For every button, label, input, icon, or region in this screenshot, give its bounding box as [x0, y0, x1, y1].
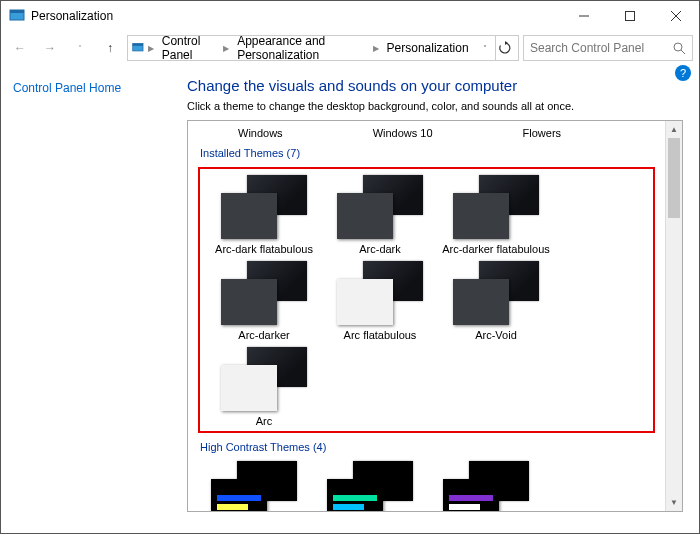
theme-item[interactable]: Arc [208, 347, 320, 427]
top-theme-row: Windows Windows 10 Flowers [198, 127, 655, 139]
hc-color-bar [217, 495, 261, 501]
svg-point-8 [674, 43, 682, 51]
theme-thumbnail [453, 261, 539, 325]
theme-item[interactable]: Arc-dark [324, 175, 436, 255]
theme-front-layer [327, 479, 383, 511]
theme-front-layer [443, 479, 499, 511]
scroll-up-button[interactable]: ▲ [666, 121, 682, 138]
personalization-icon [9, 8, 25, 24]
theme-item[interactable]: High Contrast Black [430, 461, 542, 511]
svg-rect-7 [133, 44, 143, 46]
theme-thumbnail [221, 261, 307, 325]
help-button[interactable]: ? [675, 65, 691, 81]
theme-front-layer [453, 193, 509, 239]
theme-item[interactable]: Arc flatabulous [324, 261, 436, 341]
personalization-icon [132, 40, 144, 56]
close-button[interactable] [653, 1, 699, 31]
theme-label: Arc-dark flatabulous [215, 243, 313, 255]
svg-rect-1 [10, 10, 24, 13]
window-title: Personalization [31, 9, 561, 23]
theme-front-layer [337, 193, 393, 239]
hc-color-bar [449, 504, 480, 510]
scroll-down-button[interactable]: ▼ [666, 494, 682, 511]
theme-label: Arc flatabulous [344, 329, 417, 341]
theme-thumbnail [443, 461, 529, 511]
theme-item[interactable]: High Contrast #1 [198, 461, 310, 511]
theme-label: Arc-darker flatabulous [442, 243, 550, 255]
chevron-right-icon[interactable]: ▶ [221, 44, 231, 53]
control-panel-home-link[interactable]: Control Panel Home [13, 81, 121, 95]
minimize-button[interactable] [561, 1, 607, 31]
theme-thumbnail [453, 175, 539, 239]
address-dropdown[interactable]: ˅ [477, 44, 493, 53]
search-icon [672, 41, 686, 55]
chevron-right-icon[interactable]: ▶ [146, 44, 156, 53]
theme-front-layer [337, 279, 393, 325]
scroll-track[interactable] [666, 138, 682, 494]
chevron-right-icon[interactable]: ▶ [371, 44, 381, 53]
theme-item[interactable]: Arc-Void [440, 261, 552, 341]
theme-label: Arc-darker [238, 329, 289, 341]
hc-color-bar [449, 495, 493, 501]
search-input[interactable]: Search Control Panel [523, 35, 693, 61]
high-contrast-header: High Contrast Themes (4) [200, 441, 655, 453]
theme-label: Arc-dark [359, 243, 401, 255]
hc-color-bar [333, 504, 364, 510]
theme-label: Arc-Void [475, 329, 517, 341]
theme-thumbnail [327, 461, 413, 511]
theme-front-layer [221, 279, 277, 325]
theme-item[interactable]: Arc-dark flatabulous [208, 175, 320, 255]
top-label[interactable]: Windows [238, 127, 283, 139]
svg-rect-3 [626, 12, 635, 21]
titlebar: Personalization [1, 1, 699, 31]
breadcrumb-bar[interactable]: ▶ Control Panel ▶ Appearance and Persona… [127, 35, 519, 61]
theme-front-layer [221, 365, 277, 411]
theme-front-layer [211, 479, 267, 511]
theme-thumbnail [337, 261, 423, 325]
maximize-button[interactable] [607, 1, 653, 31]
installed-themes-header: Installed Themes (7) [200, 147, 655, 159]
theme-front-layer [221, 193, 277, 239]
main-content: Change the visuals and sounds on your co… [171, 65, 699, 533]
page-subtext: Click a theme to change the desktop back… [187, 100, 683, 112]
crumb-1[interactable]: Appearance and Personalization [233, 32, 368, 64]
theme-thumbnail [211, 461, 297, 511]
theme-thumbnail [337, 175, 423, 239]
vertical-scrollbar[interactable]: ▲ ▼ [665, 121, 682, 511]
theme-item[interactable]: High Contrast #2 [314, 461, 426, 511]
theme-front-layer [453, 279, 509, 325]
refresh-button[interactable] [495, 35, 514, 61]
body: Control Panel Home Change the visuals an… [1, 65, 699, 533]
address-bar: ← → ˅ ↑ ▶ Control Panel ▶ Appearance and… [1, 31, 699, 65]
recent-dropdown[interactable]: ˅ [67, 35, 93, 61]
svg-line-9 [681, 50, 685, 54]
theme-label: Arc [256, 415, 273, 427]
highlighted-region: Arc-dark flatabulous Arc-dark Arc-darker… [198, 167, 655, 433]
up-button[interactable]: ↑ [97, 35, 123, 61]
theme-thumbnail [221, 347, 307, 411]
sidebar: Control Panel Home [1, 65, 171, 533]
crumb-0[interactable]: Control Panel [158, 32, 219, 64]
top-label[interactable]: Flowers [523, 127, 562, 139]
back-button[interactable]: ← [7, 35, 33, 61]
top-label[interactable]: Windows 10 [373, 127, 433, 139]
theme-item[interactable]: Arc-darker flatabulous [440, 175, 552, 255]
theme-thumbnail [221, 175, 307, 239]
themes-panel: Windows Windows 10 Flowers Installed The… [187, 120, 683, 512]
hc-color-bar [217, 504, 248, 510]
hc-color-bar [333, 495, 377, 501]
scroll-thumb[interactable] [668, 138, 680, 218]
theme-item[interactable]: Arc-darker [208, 261, 320, 341]
crumb-2[interactable]: Personalization [383, 39, 473, 57]
forward-button[interactable]: → [37, 35, 63, 61]
page-heading: Change the visuals and sounds on your co… [187, 77, 683, 94]
search-placeholder: Search Control Panel [530, 41, 672, 55]
